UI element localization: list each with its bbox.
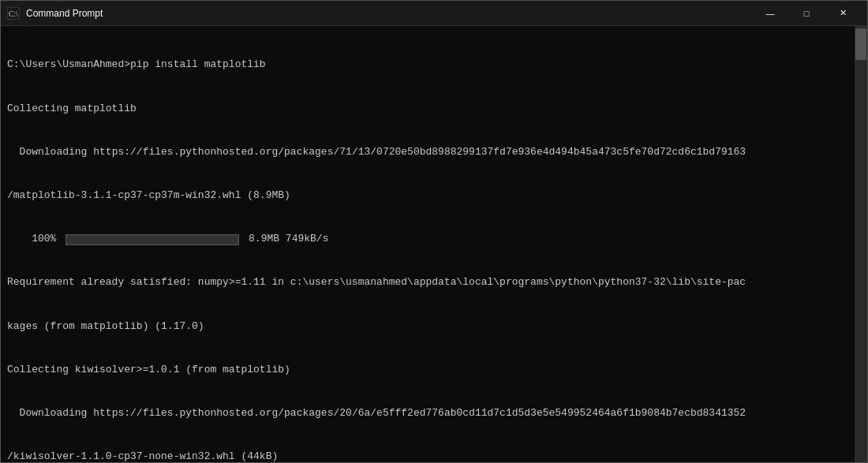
terminal-content: C:\Users\UsmanAhmed>pip install matplotl… [7, 29, 861, 462]
command-prompt-window: C:\ Command Prompt — □ ✕ C:\Users\UsmanA… [0, 0, 868, 463]
output-line-1: Collecting matplotlib [7, 102, 861, 117]
maximize-button[interactable]: □ [788, 1, 825, 26]
window-icon: C:\ [7, 7, 20, 20]
output-line-7: Downloading https://files.pythonhosted.o… [7, 406, 861, 421]
title-bar: C:\ Command Prompt — □ ✕ [1, 1, 867, 26]
svg-text:C:\: C:\ [9, 9, 18, 18]
output-line-6: Collecting kiwisolver>=1.0.1 (from matpl… [7, 363, 861, 378]
close-button[interactable]: ✕ [825, 1, 861, 26]
window-title: Command Prompt [26, 8, 752, 19]
window-controls: — □ ✕ [752, 1, 861, 26]
progress-bar-1 [65, 234, 239, 245]
prompt-line: C:\Users\UsmanAhmed>pip install matplotl… [7, 58, 861, 73]
scrollbar[interactable] [855, 26, 867, 462]
scrollbar-thumb[interactable] [855, 28, 866, 60]
output-line-2: Downloading https://files.pythonhosted.o… [7, 145, 861, 160]
output-line-4: Requirement already satisfied: numpy>=1.… [7, 275, 861, 290]
progress-bar-1-line: 100% 8.9MB 749kB/s [7, 232, 861, 247]
progress-1-size: 8.9MB 749kB/s [242, 232, 328, 247]
progress-1-percent: 100% [7, 232, 62, 247]
output-line-3: /matplotlib-3.1.1-cp37-cp37m-win32.whl (… [7, 189, 861, 203]
terminal-area[interactable]: C:\Users\UsmanAhmed>pip install matplotl… [1, 26, 867, 462]
output-line-8: /kiwisolver-1.1.0-cp37-none-win32.whl (4… [7, 450, 861, 462]
output-line-5: kages (from matplotlib) (1.17.0) [7, 319, 861, 334]
minimize-button[interactable]: — [752, 1, 788, 26]
